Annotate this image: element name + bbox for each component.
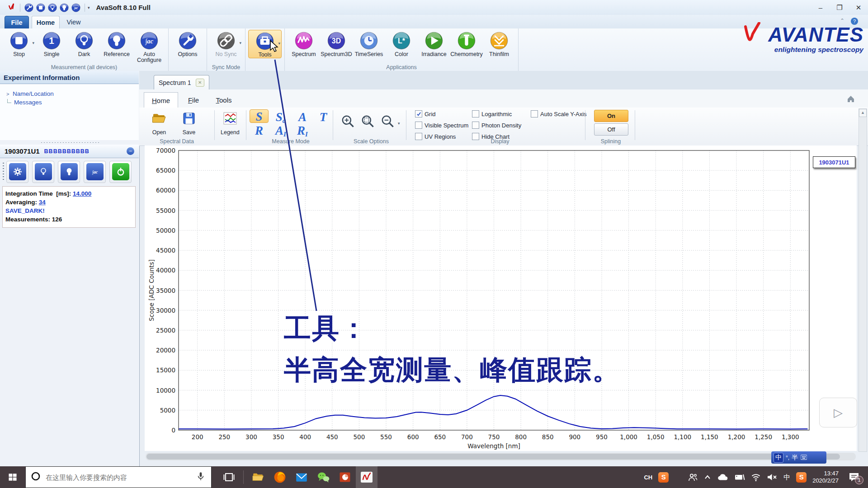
measure-mode-rI-button[interactable]: RI [293, 123, 312, 136]
ribbon-single-button[interactable]: 1Single [35, 30, 68, 57]
sogou-icon[interactable]: S [658, 472, 669, 483]
spectrum-menu-file[interactable]: File [181, 92, 206, 108]
tab-view[interactable]: View [62, 16, 85, 28]
device-power-button[interactable] [109, 161, 132, 183]
horizontal-scrollbar[interactable] [146, 453, 856, 460]
tree-item-name-location[interactable]: > Name/Location [6, 90, 139, 97]
taskbar-clock[interactable]: 13:47 2020/2/27 [812, 470, 839, 484]
ime-punct-icon[interactable]: °, [786, 455, 789, 461]
checkbox-photon-density[interactable]: Photon Density [472, 122, 521, 129]
ime-toolbar[interactable]: 中 °, 半 [771, 451, 826, 464]
spectrum-menu-home[interactable]: Home [144, 92, 178, 108]
taskbar-explorer-button[interactable] [247, 466, 269, 488]
device-bulb-outline-button[interactable] [32, 161, 54, 183]
open-button[interactable]: Open [151, 110, 167, 136]
ribbon-reference-button[interactable]: Reference [100, 30, 133, 57]
start-button[interactable] [0, 466, 25, 488]
qat-stop-icon[interactable] [36, 3, 46, 13]
panel-splitter[interactable] [0, 140, 139, 145]
tab-home[interactable]: Home [32, 16, 60, 29]
zoom-out-button[interactable] [380, 114, 396, 129]
qat-reference-icon[interactable] [59, 3, 69, 13]
measure-mode-a-button[interactable]: A [293, 109, 312, 123]
checkbox-box[interactable] [415, 110, 422, 117]
taskbar-search[interactable] [25, 466, 212, 488]
dropdown-caret-icon[interactable]: ▾ [278, 41, 280, 46]
ime-width-icon[interactable]: 半 [792, 454, 798, 462]
taskbar-task-view-button[interactable] [218, 466, 240, 488]
device-jac-button[interactable]: ∫ac [84, 161, 106, 183]
spectrum-menu-tools[interactable]: Tools [210, 92, 238, 108]
device-collapse-button[interactable]: − [127, 147, 134, 155]
measure-mode-aI-button[interactable]: AI [271, 123, 290, 136]
checkbox-box[interactable] [472, 122, 479, 129]
action-center-icon[interactable]: 1 [844, 472, 864, 483]
checkbox-logarithmic[interactable]: Logarithmic [472, 110, 512, 117]
language-indicator[interactable]: CH [644, 474, 652, 481]
taskbar-powerpoint-button[interactable] [334, 466, 356, 488]
measure-mode-sa-button[interactable]: Sa [271, 109, 290, 123]
chart-legend[interactable]: 1903071U1 [813, 156, 855, 168]
qat-customize-icon[interactable]: ▾ [88, 5, 90, 10]
measure-mode-r-button[interactable]: R [250, 123, 269, 136]
ribbon-irradiance-button[interactable]: Irradiance [418, 30, 450, 57]
ime-indicator[interactable]: 中 [783, 473, 790, 482]
taskbar-mail-button[interactable] [291, 466, 312, 488]
close-button[interactable]: ✕ [849, 2, 868, 14]
checkbox-grid[interactable]: Grid [415, 110, 436, 117]
tree-expander-icon[interactable]: > [6, 91, 13, 97]
checkbox-auto-scale-y-axis[interactable]: Auto Scale Y-Axis [531, 110, 587, 117]
ime-mode-icon[interactable]: 中 [774, 453, 783, 463]
ribbon-dark-button[interactable]: Dark [68, 30, 100, 57]
checkbox-uv-regions[interactable]: UV Regions [415, 133, 456, 140]
taskbar-avasoft-button[interactable] [356, 466, 377, 488]
home-icon[interactable] [846, 95, 855, 103]
device-gear-button[interactable] [6, 161, 28, 183]
maximize-button[interactable]: ❐ [830, 2, 849, 14]
ribbon-color-button[interactable]: L*Color [385, 30, 418, 57]
tree-item-messages[interactable]: Messages [6, 99, 139, 106]
checkbox-box[interactable] [415, 122, 422, 129]
ribbon-auto-configure-button[interactable]: ∫acAuto Configure [133, 30, 165, 63]
device-bulb-button[interactable] [58, 161, 80, 183]
checkbox-box[interactable] [415, 133, 422, 140]
scrollbar-thumb[interactable] [146, 454, 840, 460]
ribbon-stop-button[interactable]: Stop▾ [3, 30, 35, 57]
drag-handle[interactable] [2, 162, 5, 182]
sogou-icon-2[interactable]: S [796, 472, 807, 483]
people-icon[interactable] [688, 473, 698, 482]
checkbox-visible-spectrum[interactable]: Visible Spectrum [415, 122, 468, 129]
ribbon-chemometry-button[interactable]: Chemometry [450, 30, 483, 57]
tab-file[interactable]: File [5, 16, 29, 29]
chart-area[interactable] [145, 145, 857, 451]
qat-auto-configure-icon[interactable]: ∫ac [71, 3, 81, 13]
tab-close-icon[interactable]: ✕ [196, 79, 204, 87]
checkbox-box[interactable] [472, 110, 479, 117]
measure-mode-s-button[interactable]: S [250, 109, 269, 123]
qat-options-icon[interactable] [24, 3, 34, 13]
chevron-up-icon[interactable] [703, 474, 712, 481]
volume-muted-icon[interactable] [767, 473, 778, 481]
ribbon-tools-button[interactable]: Tools▾ [248, 30, 282, 58]
ribbon-no-sync-button[interactable]: No Sync▾ [210, 30, 242, 57]
save-button[interactable]: Save [181, 110, 197, 136]
search-input[interactable] [45, 473, 196, 482]
splining-off-button[interactable]: Off [594, 123, 628, 136]
ribbon-spectrum3d-button[interactable]: 3DSpectrum3D [320, 30, 353, 57]
zoom-extents-button[interactable] [340, 114, 356, 129]
dropdown-caret-icon[interactable]: ▾ [239, 41, 241, 45]
microphone-icon[interactable] [196, 471, 206, 483]
ime-keyboard-icon[interactable] [801, 454, 807, 462]
tab-spectrum-1[interactable]: Spectrum 1 ✕ [154, 75, 209, 90]
checkbox-box[interactable] [531, 110, 538, 117]
ribbon-collapse-icon[interactable]: ⌃ [840, 18, 844, 24]
ribbon-spectrum-button[interactable]: Spectrum [288, 30, 320, 57]
minimize-button[interactable]: – [811, 2, 830, 14]
vertical-scrollbar[interactable]: ▲ [859, 108, 867, 452]
measure-mode-t-button[interactable]: T [314, 109, 333, 123]
splining-on-button[interactable]: On [594, 110, 628, 122]
cloud-icon[interactable] [717, 473, 728, 481]
scroll-up-icon[interactable]: ▲ [859, 109, 867, 117]
pen-device-icon[interactable] [734, 473, 745, 481]
zoom-in-button[interactable] [360, 114, 376, 129]
